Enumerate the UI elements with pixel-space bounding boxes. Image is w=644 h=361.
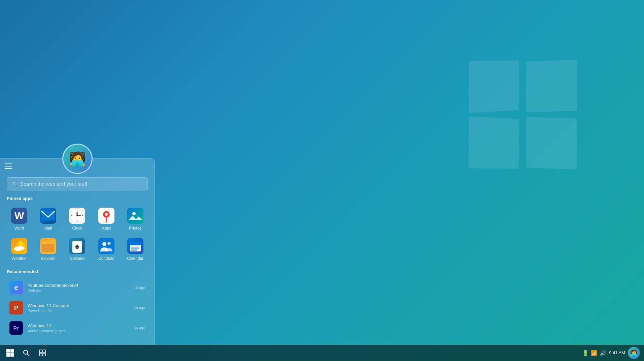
app-explorer[interactable]: Explorer — [34, 235, 62, 264]
maps-icon — [98, 208, 114, 224]
svg-rect-49 — [6, 349, 10, 353]
premiere-icon: Pr — [9, 321, 23, 335]
rec-concept-time: 2h ago — [134, 306, 145, 310]
explorer-label: Explorer — [41, 256, 56, 261]
svg-text:Pr: Pr — [13, 326, 19, 331]
svg-point-38 — [135, 247, 137, 249]
svg-point-16 — [132, 212, 136, 215]
svg-point-12 — [105, 213, 108, 216]
search-bar[interactable]: 🔍 — [7, 177, 148, 190]
calendar-icon — [127, 238, 143, 254]
photos-icon — [127, 208, 143, 224]
svg-point-31 — [102, 242, 106, 246]
rec-win11-info: Windows 11 Adobe Premiere project — [28, 323, 129, 333]
svg-point-36 — [131, 247, 133, 249]
weather-icon — [11, 238, 27, 254]
app-clock[interactable]: Clock — [63, 204, 91, 233]
desktop: 🧑‍💻 🔍 Pinned apps W Word — [0, 0, 644, 361]
app-calendar[interactable]: Calendar — [122, 235, 149, 264]
taskbar: 🔋 📶 🔊 9:41 AM 🧑‍💻 — [0, 345, 644, 361]
rec-youtube-info: Youtube.com/thehacker34 Website — [28, 283, 129, 293]
explorer-icon — [40, 238, 56, 254]
pinned-apps-title: Pinned apps — [0, 196, 155, 204]
windows-logo — [469, 61, 577, 169]
word-icon: W — [11, 208, 27, 224]
svg-text:P: P — [14, 305, 18, 311]
battery-icon: 🔋 — [582, 350, 589, 356]
photos-label: Photos — [129, 226, 141, 231]
taskbar-search-button[interactable] — [19, 345, 34, 360]
recommended-section: e Youtube.com/thehacker34 Website 1h ago… — [0, 277, 155, 338]
rec-youtube-time: 1h ago — [134, 285, 145, 290]
app-word[interactable]: W Word — [5, 204, 33, 233]
search-input[interactable] — [20, 181, 143, 187]
clock-icon — [69, 208, 85, 224]
sys-tray: 🔋 📶 🔊 — [582, 350, 606, 356]
avatar[interactable]: 🧑‍💻 — [62, 144, 93, 174]
win-pane-2 — [526, 60, 577, 112]
app-weather[interactable]: Weather — [5, 235, 33, 264]
app-photos[interactable]: Photos — [122, 204, 149, 233]
svg-point-53 — [24, 350, 28, 354]
svg-rect-26 — [42, 244, 54, 252]
svg-rect-15 — [127, 208, 143, 224]
svg-line-54 — [27, 354, 29, 356]
pinned-apps-grid: W Word Mail — [0, 204, 155, 269]
svg-rect-30 — [98, 238, 114, 254]
svg-point-39 — [137, 247, 139, 249]
svg-rect-58 — [43, 353, 45, 356]
win-pane-4 — [526, 117, 577, 170]
wifi-icon: 📶 — [591, 350, 598, 356]
svg-point-42 — [135, 249, 137, 251]
app-contacts[interactable]: Contacts — [93, 235, 120, 264]
app-mail[interactable]: Mail — [34, 204, 62, 233]
search-icon: 🔍 — [12, 181, 18, 187]
start-button[interactable] — [3, 345, 18, 360]
win-pane-1 — [469, 60, 519, 113]
rec-youtube-type: Website — [28, 289, 129, 293]
solitaire-label: Solitaire — [70, 256, 84, 261]
app-maps[interactable]: Maps — [93, 204, 120, 233]
maps-label: Maps — [101, 226, 111, 231]
svg-rect-50 — [10, 349, 14, 353]
svg-point-24 — [18, 246, 25, 250]
calendar-label: Calendar — [127, 256, 144, 261]
rec-win11-name: Windows 11 — [28, 323, 129, 328]
powerpoint-icon: P — [9, 301, 23, 314]
task-view-button[interactable] — [35, 345, 50, 360]
svg-point-32 — [107, 242, 111, 245]
svg-text:♠: ♠ — [75, 242, 79, 250]
rec-concept-name: Windows 11 Concept — [28, 303, 129, 308]
svg-point-41 — [133, 249, 135, 251]
rec-win11-type: Adobe Premiere project — [28, 329, 129, 333]
rec-concept-type: PowerPoint file — [28, 309, 129, 313]
svg-rect-56 — [43, 350, 45, 353]
taskbar-left — [3, 345, 50, 360]
word-label: Word — [14, 226, 24, 231]
rec-windows11concept[interactable]: P Windows 11 Concept PowerPoint file 2h … — [7, 298, 148, 318]
user-avatar-area: 🧑‍💻 — [0, 144, 155, 174]
rec-windows11[interactable]: Pr Windows 11 Adobe Premiere project 3h … — [7, 318, 148, 338]
svg-rect-52 — [10, 353, 14, 357]
rec-youtube[interactable]: e Youtube.com/thehacker34 Website 1h ago — [7, 277, 148, 298]
clock-label: Clock — [72, 226, 82, 231]
taskbar-right: 🔋 📶 🔊 9:41 AM 🧑‍💻 — [582, 347, 641, 359]
contacts-icon — [98, 238, 114, 254]
svg-rect-51 — [6, 353, 10, 357]
svg-point-9 — [76, 215, 78, 216]
weather-label: Weather — [12, 256, 27, 261]
contacts-label: Contacts — [98, 256, 114, 261]
start-menu: 🧑‍💻 🔍 Pinned apps W Word — [0, 158, 155, 345]
hamburger-menu[interactable] — [5, 163, 12, 169]
svg-rect-57 — [39, 353, 42, 356]
svg-point-18 — [18, 241, 23, 247]
clock-time: 9:41 AM — [609, 350, 625, 356]
clock-display[interactable]: 9:41 AM — [609, 350, 625, 356]
svg-text:e: e — [14, 284, 18, 291]
app-solitaire[interactable]: ♠ Solitaire — [63, 235, 91, 264]
mail-label: Mail — [44, 226, 52, 231]
svg-rect-35 — [130, 242, 141, 245]
taskbar-avatar[interactable]: 🧑‍💻 — [628, 347, 640, 359]
edge-icon: e — [9, 281, 23, 294]
svg-rect-55 — [39, 350, 42, 353]
